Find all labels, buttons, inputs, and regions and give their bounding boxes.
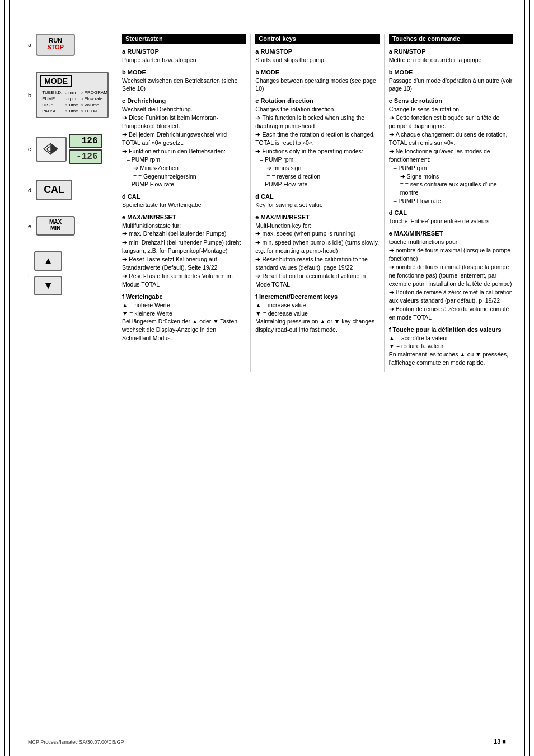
- german-section-f: f Werteingabe ▲ = höhere Werte ▼ = klein…: [122, 293, 246, 342]
- german-c-body: Wechselt die Drehrichtung. Diese Funktio…: [122, 105, 246, 189]
- german-section-a: a RUN/STOP Pumpe starten bzw. stoppen: [122, 48, 246, 64]
- french-section-e: e MAX/MIN/RESET touche multifonctions po…: [389, 230, 513, 322]
- cal-button[interactable]: CAL: [36, 180, 72, 200]
- stop-text: STOP: [41, 44, 69, 50]
- maxmin-button[interactable]: MAX MIN: [36, 216, 75, 236]
- german-section-b: b MODE Wechselt zwischen den Betriebsart…: [122, 69, 246, 93]
- french-d-body: Touche 'Entrée' pour entrée de valeurs: [389, 217, 513, 226]
- french-section-d: d CAL Touche 'Entrée' pour entrée de val…: [389, 209, 513, 226]
- english-column: Control keys a RUN/STOP Starts and stops…: [251, 34, 384, 372]
- german-a-title: a RUN/STOP: [122, 48, 246, 55]
- french-b-body: Passage d'un mode d'opération à un autre…: [389, 77, 513, 93]
- german-b-body: Wechselt zwischen den Betriebsarten (sie…: [122, 77, 246, 93]
- max-text: MAX: [40, 219, 71, 225]
- french-d-title: d CAL: [389, 209, 513, 216]
- english-c-body: Changes the rotation direction. This fun…: [255, 105, 379, 189]
- english-f-title: f Increment/Decrement keys: [255, 293, 379, 300]
- english-f-body: ▲ = increase value ▼ = decrease value Ma…: [255, 301, 379, 334]
- english-section-c: c Rotation direction Changes the rotatio…: [255, 97, 379, 189]
- display-negative: -126: [69, 149, 102, 164]
- min-text: MIN: [40, 225, 71, 231]
- text-columns: Steuertasten a RUN/STOP Pumpe starten bz…: [118, 34, 517, 372]
- icon-label-e: e: [28, 223, 31, 229]
- up-arrow-icon: ▲: [43, 255, 53, 267]
- french-section-b: b MODE Passage d'un mode d'opération à u…: [389, 69, 513, 93]
- french-section-f: f Touche pour la définition des valeurs …: [389, 326, 513, 367]
- english-b-title: b MODE: [255, 69, 379, 76]
- french-f-body: ▲ = accroître la valeur ▼ = réduire la v…: [389, 334, 513, 367]
- icon-label-a: a: [28, 41, 31, 48]
- english-section-f: f Increment/Decrement keys ▲ = increase …: [255, 293, 379, 334]
- icon-label-c: c: [28, 145, 31, 152]
- icon-label-d: d: [28, 187, 31, 194]
- english-a-body: Starts and stops the pump: [255, 56, 379, 64]
- german-section-e: e MAX/MIN/RESET Multifunktionstaste für:…: [122, 214, 246, 289]
- french-a-body: Mettre en route ou arrêter la pompe: [389, 56, 513, 64]
- english-c-title: c Rotation direction: [255, 97, 379, 104]
- english-e-title: e MAX/MIN/RESET: [255, 214, 379, 220]
- german-d-title: d CAL: [122, 193, 246, 200]
- french-a-title: a RUN/STOP: [389, 48, 513, 55]
- left-border-outer: [4, 0, 5, 756]
- down-arrow-icon: ▼: [43, 280, 53, 292]
- english-section-d: d CAL Key for saving a set value: [255, 193, 379, 209]
- german-column: Steuertasten a RUN/STOP Pumpe starten bz…: [118, 34, 251, 372]
- cal-text: CAL: [44, 184, 64, 195]
- run-stop-button[interactable]: RUN STOP: [36, 34, 75, 56]
- german-e-title: e MAX/MIN/RESET: [122, 214, 246, 220]
- up-arrow-button[interactable]: ▲: [34, 251, 62, 271]
- icons-column: a RUN STOP b MODE TUBE I.D.○ mm○ PROGRAM: [28, 34, 118, 372]
- french-header: Touches de commande: [389, 34, 513, 44]
- icon-row-d: d CAL: [28, 180, 112, 200]
- english-section-e: e MAX/MIN/RESET Multi-function key for: …: [255, 214, 379, 289]
- english-d-title: d CAL: [255, 193, 379, 200]
- direction-controls: 126 -126: [36, 134, 102, 164]
- icon-row-a: a RUN STOP: [28, 34, 112, 56]
- mode-title: MODE: [40, 75, 72, 87]
- french-e-body: touche multifonctions pour nombre de tou…: [389, 238, 513, 322]
- french-column: Touches de commande a RUN/STOP Mettre en…: [385, 34, 517, 372]
- icon-label-b: b: [28, 92, 31, 98]
- german-b-title: b MODE: [122, 69, 246, 76]
- german-c-title: c Drehrichtung: [122, 97, 246, 104]
- down-arrow-button[interactable]: ▼: [34, 276, 62, 295]
- english-d-body: Key for saving a set value: [255, 201, 379, 209]
- icon-row-c: c 126 -126: [28, 134, 112, 164]
- german-e-body: Multifunktionstaste für: max. Drehzahl (…: [122, 222, 246, 289]
- run-text: RUN: [41, 37, 69, 44]
- icon-row-f: f ▲ ▼: [28, 251, 112, 298]
- right-border-inner: [524, 0, 525, 756]
- french-section-a: a RUN/STOP Mettre en route ou arrêter la…: [389, 48, 513, 64]
- mode-table: TUBE I.D.○ mm○ PROGRAM PUMP○ rpm○ Flow r…: [40, 89, 109, 115]
- german-a-body: Pumpe starten bzw. stoppen: [122, 56, 246, 64]
- french-b-title: b MODE: [389, 69, 513, 76]
- mode-button[interactable]: MODE TUBE I.D.○ mm○ PROGRAM PUMP○ rpm○ F…: [36, 72, 109, 118]
- left-border-inner: [9, 0, 10, 756]
- english-a-title: a RUN/STOP: [255, 48, 379, 55]
- german-f-body: ▲ = höhere Werte ▼ = kleinere Werte Bei …: [122, 301, 246, 342]
- page-number: 13: [494, 738, 506, 745]
- display-positive: 126: [69, 134, 102, 148]
- icon-row-b: b MODE TUBE I.D.○ mm○ PROGRAM PUMP○ rpm○…: [28, 72, 112, 118]
- german-header: Steuertasten: [122, 34, 246, 44]
- english-b-body: Changes between operating modes (see pag…: [255, 77, 379, 93]
- german-f-title: f Werteingabe: [122, 293, 246, 300]
- english-section-a: a RUN/STOP Starts and stops the pump: [255, 48, 379, 64]
- french-section-c: c Sens de rotation Change le sens de rot…: [389, 97, 513, 205]
- english-e-body: Multi-function key for: max. speed (when…: [255, 222, 379, 289]
- french-e-title: e MAX/MIN/RESET: [389, 230, 513, 237]
- footer-left: MCP Process/Ismatec SA/30.07.00/CB/GP: [28, 739, 124, 745]
- german-section-d: d CAL Speichertaste für Werteingabe: [122, 193, 246, 209]
- english-header: Control keys: [255, 34, 379, 44]
- french-c-body: Change le sens de rotation. Cette foncti…: [389, 105, 513, 205]
- direction-button[interactable]: [36, 137, 67, 162]
- french-f-title: f Touche pour la définition des valeurs: [389, 326, 513, 333]
- icon-row-e: e MAX MIN: [28, 216, 112, 236]
- german-d-body: Speichertaste für Werteingabe: [122, 201, 246, 209]
- icon-label-f: f: [28, 271, 30, 278]
- english-section-b: b MODE Changes between operating modes (…: [255, 69, 379, 93]
- display-stack: 126 -126: [69, 134, 102, 164]
- german-section-c: c Drehrichtung Wechselt die Drehrichtung…: [122, 97, 246, 189]
- french-c-title: c Sens de rotation: [389, 97, 513, 104]
- right-border-outer: [529, 0, 530, 756]
